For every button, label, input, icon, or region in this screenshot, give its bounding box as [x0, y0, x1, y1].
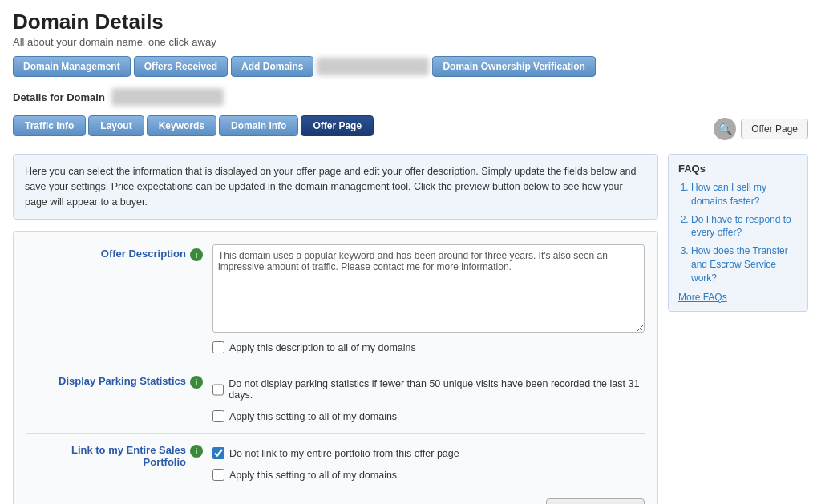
- more-faqs-link[interactable]: More FAQs: [678, 292, 798, 303]
- nav-add-domains[interactable]: Add Domains: [231, 56, 313, 77]
- sales-portfolio-checkbox1-row: Do not link to my entire portfolio from …: [212, 447, 645, 459]
- tab-layout[interactable]: Layout: [88, 115, 144, 136]
- domain-name-blur-details: [111, 88, 224, 106]
- faq-list: How can I sell my domains faster? Do I h…: [678, 181, 798, 285]
- faq-item-3: How does the Transfer and Escrow Service…: [691, 244, 798, 284]
- tab-keywords[interactable]: Keywords: [147, 115, 216, 136]
- sales-portfolio-label: Link to my Entire Sales Portfolio: [26, 444, 186, 468]
- sales-portfolio-checkbox1[interactable]: [212, 447, 224, 459]
- details-bar: Details for Domain: [13, 85, 808, 109]
- sales-portfolio-row: Link to my Entire Sales Portfolio i Do n…: [26, 441, 645, 481]
- main-content: Here you can select the information that…: [13, 154, 658, 504]
- offer-description-textarea[interactable]: This domain uses a popular keyword and h…: [212, 244, 645, 333]
- parking-stats-checkbox1-label: Do not display parking statistics if few…: [229, 378, 645, 401]
- search-icon: 🔍: [714, 118, 736, 140]
- offer-description-row: Offer Description i This domain uses a p…: [26, 244, 645, 353]
- nav-offers-received[interactable]: Offers Received: [134, 56, 228, 77]
- offer-description-info-icon[interactable]: i: [190, 248, 203, 261]
- nav-domain-ownership[interactable]: Domain Ownership Verification: [432, 56, 595, 77]
- divider-1: [26, 365, 645, 365]
- offer-desc-checkbox-row: Apply this description to all of my doma…: [212, 341, 645, 353]
- page-subtitle: All about your domain name, one click aw…: [13, 36, 808, 48]
- form-section: Offer Description i This domain uses a p…: [13, 231, 658, 504]
- nav-domain-management[interactable]: Domain Management: [13, 56, 131, 77]
- save-row: Save Changes: [26, 492, 645, 504]
- sales-portfolio-checkbox1-label: Do not link to my entire portfolio from …: [229, 448, 459, 459]
- parking-stats-controls: Do not display parking statistics if few…: [212, 372, 645, 422]
- faq-title: FAQs: [678, 163, 798, 175]
- faq-link-3[interactable]: How does the Transfer and Escrow Service…: [691, 245, 788, 284]
- sales-portfolio-info-icon[interactable]: i: [190, 445, 203, 458]
- sales-portfolio-checkbox2-label: Apply this setting to all of my domains: [229, 470, 397, 481]
- sidebar: FAQs How can I sell my domains faster? D…: [668, 154, 808, 504]
- parking-stats-info-icon[interactable]: i: [190, 376, 203, 389]
- details-label: Details for Domain: [13, 91, 105, 103]
- page-wrapper: Domain Details All about your domain nam…: [0, 0, 821, 504]
- parking-stats-checkbox1[interactable]: [212, 384, 224, 396]
- parking-stats-checkbox2-label: Apply this setting to all of my domains: [229, 411, 397, 422]
- sales-portfolio-controls: Do not link to my entire portfolio from …: [212, 441, 645, 481]
- offer-desc-all-domains-checkbox[interactable]: [212, 341, 224, 353]
- offer-desc-all-domains-label: Apply this description to all of my doma…: [229, 342, 416, 353]
- main-layout: Here you can select the information that…: [13, 154, 808, 504]
- offer-page-preview: 🔍 Offer Page: [714, 118, 808, 140]
- faq-link-1[interactable]: How can I sell my domains faster?: [691, 182, 766, 207]
- tab-bar: Traffic Info Layout Keywords Domain Info…: [13, 115, 374, 136]
- tab-domain-info[interactable]: Domain Info: [219, 115, 298, 136]
- domain-name-blur-nav: [317, 58, 429, 75]
- tab-offer-page[interactable]: Offer Page: [301, 115, 374, 136]
- parking-stats-checkbox1-row: Do not display parking statistics if few…: [212, 378, 645, 401]
- save-changes-button[interactable]: Save Changes: [546, 498, 645, 504]
- parking-stats-row: Display Parking Statistics i Do not disp…: [26, 372, 645, 422]
- parking-stats-checkbox2-row: Apply this setting to all of my domains: [212, 410, 645, 422]
- page-title: Domain Details: [13, 10, 808, 34]
- faq-box: FAQs How can I sell my domains faster? D…: [668, 154, 808, 312]
- parking-stats-label: Display Parking Statistics: [59, 375, 186, 387]
- offer-description-label: Offer Description: [101, 248, 186, 260]
- faq-item-1: How can I sell my domains faster?: [691, 181, 798, 208]
- top-nav: Domain Management Offers Received Add Do…: [13, 56, 808, 77]
- offer-page-preview-btn[interactable]: Offer Page: [741, 119, 808, 139]
- faq-link-2[interactable]: Do I have to respond to every offer?: [691, 214, 791, 239]
- parking-stats-checkbox2[interactable]: [212, 410, 224, 422]
- faq-item-2: Do I have to respond to every offer?: [691, 213, 798, 240]
- offer-description-controls: This domain uses a popular keyword and h…: [212, 244, 645, 353]
- divider-2: [26, 433, 645, 434]
- tab-traffic-info[interactable]: Traffic Info: [13, 115, 86, 136]
- sales-portfolio-checkbox2[interactable]: [212, 469, 224, 481]
- sales-portfolio-checkbox2-row: Apply this setting to all of my domains: [212, 469, 645, 481]
- info-box: Here you can select the information that…: [13, 154, 658, 220]
